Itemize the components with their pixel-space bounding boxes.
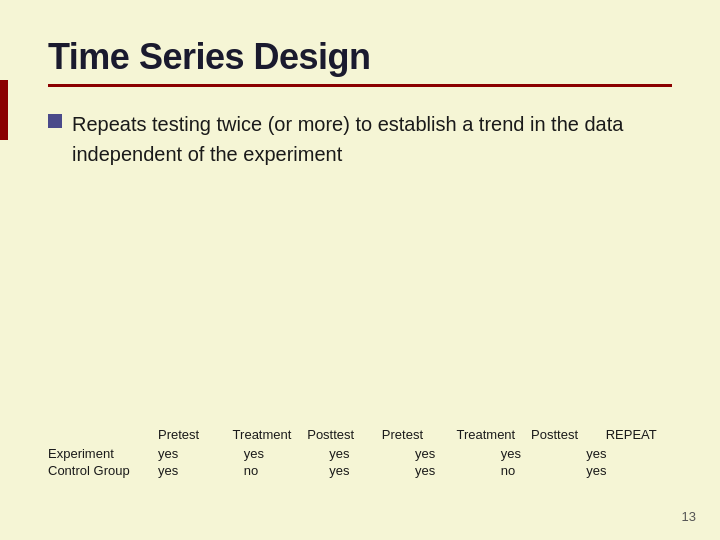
- row-label-experiment: Experiment: [48, 446, 158, 461]
- col-header-repeat: REPEAT: [606, 427, 672, 442]
- bullet-section: Repeats testing twice (or more) to estab…: [48, 109, 672, 169]
- row-label-control: Control Group: [48, 463, 158, 478]
- cell-ctrl-5: yes: [586, 463, 672, 478]
- cell-ctrl-2: yes: [329, 463, 415, 478]
- table-row-experiment: Experiment yes yes yes yes yes yes: [48, 446, 672, 461]
- bullet-square-icon: [48, 114, 62, 128]
- slide-container: Time Series Design Repeats testing twice…: [0, 0, 720, 540]
- col-header-treatment1: Treatment: [233, 427, 308, 442]
- cell-exp-4: yes: [501, 446, 587, 461]
- table-area: Pretest Treatment Posttest Pretest Treat…: [48, 427, 672, 480]
- cell-exp-2: yes: [329, 446, 415, 461]
- cell-exp-5: yes: [586, 446, 672, 461]
- col-header-treatment2: Treatment: [456, 427, 531, 442]
- page-number: 13: [682, 509, 696, 524]
- table-wrapper: Pretest Treatment Posttest Pretest Treat…: [48, 427, 672, 478]
- cell-ctrl-4: no: [501, 463, 587, 478]
- bullet-item: Repeats testing twice (or more) to estab…: [48, 109, 672, 169]
- table-row-control: Control Group yes no yes yes no yes: [48, 463, 672, 478]
- cell-ctrl-0: yes: [158, 463, 244, 478]
- left-accent-bar: [0, 80, 8, 140]
- col-header-posttest1: Posttest: [307, 427, 382, 442]
- cell-exp-0: yes: [158, 446, 244, 461]
- bullet-text: Repeats testing twice (or more) to estab…: [72, 109, 672, 169]
- cell-exp-1: yes: [244, 446, 330, 461]
- col-header-pretest2: Pretest: [382, 427, 457, 442]
- title-divider: [48, 84, 672, 87]
- col-header-pretest1: Pretest: [158, 427, 233, 442]
- cell-exp-3: yes: [415, 446, 501, 461]
- slide-title: Time Series Design: [48, 36, 672, 78]
- cell-ctrl-1: no: [244, 463, 330, 478]
- col-header-posttest2: Posttest: [531, 427, 606, 442]
- title-area: Time Series Design: [48, 36, 672, 87]
- table-header-row: Pretest Treatment Posttest Pretest Treat…: [48, 427, 672, 442]
- cell-ctrl-3: yes: [415, 463, 501, 478]
